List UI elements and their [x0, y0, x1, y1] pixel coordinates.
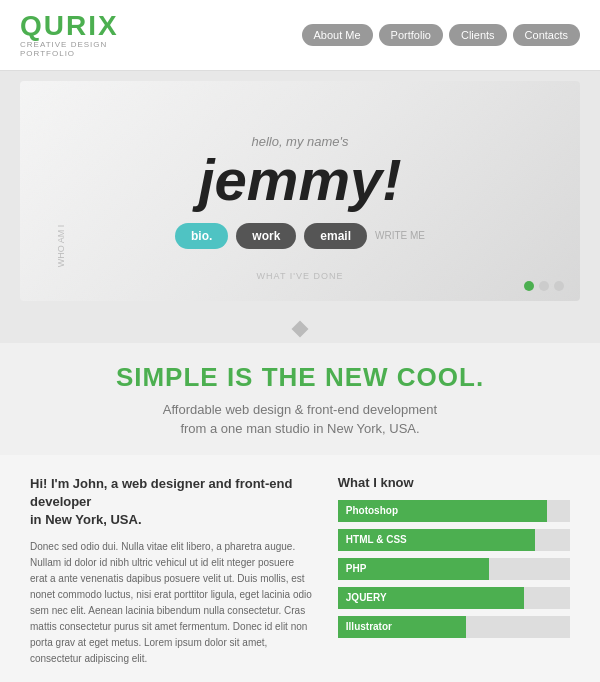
main-nav: About Me Portfolio Clients Contacts — [302, 24, 581, 46]
hero-slider: WHO AM I hello, my name's jemmy! bio. wo… — [20, 81, 580, 301]
skill-label-0: Photoshop — [346, 505, 398, 516]
intro-section: Hi! I'm John, a web designer and front-e… — [30, 475, 314, 668]
skill-fill-1: HTML & CSS — [338, 529, 535, 551]
skill-bars: PhotoshopHTML & CSSPHPJQUERYIllustrator — [338, 500, 570, 638]
work-button[interactable]: work — [236, 223, 296, 249]
skill-label-1: HTML & CSS — [346, 534, 407, 545]
slider-dots — [524, 281, 564, 291]
skill-item-1: HTML & CSS — [338, 529, 570, 551]
skill-bg-4: Illustrator — [338, 616, 570, 638]
bio-button[interactable]: bio. — [175, 223, 228, 249]
hero-buttons: bio. work email WRITE ME — [175, 223, 425, 249]
dot-2[interactable] — [539, 281, 549, 291]
what-done-label: WHAT I'VE DONE — [257, 271, 344, 281]
divider — [0, 311, 600, 343]
intro-body: Donec sed odio dui. Nulla vitae elit lib… — [30, 539, 314, 667]
skill-item-0: Photoshop — [338, 500, 570, 522]
email-button[interactable]: email — [304, 223, 367, 249]
intro-heading: Hi! I'm John, a web designer and front-e… — [30, 475, 314, 530]
divider-icon — [292, 321, 309, 338]
skill-item-3: JQUERY — [338, 587, 570, 609]
skill-bg-0: Photoshop — [338, 500, 570, 522]
skills-heading: What I know — [338, 475, 570, 490]
skill-bg-3: JQUERY — [338, 587, 570, 609]
skill-fill-0: Photoshop — [338, 500, 547, 522]
nav-contacts[interactable]: Contacts — [513, 24, 580, 46]
skill-label-3: JQUERY — [346, 592, 387, 603]
dot-3[interactable] — [554, 281, 564, 291]
skill-fill-3: JQUERY — [338, 587, 524, 609]
hero-content: hello, my name's jemmy! bio. work email … — [175, 134, 425, 249]
skill-bg-2: PHP — [338, 558, 570, 580]
dot-1[interactable] — [524, 281, 534, 291]
logo-area: QURIX CREATIVE DESIGN PORTFOLIO — [20, 12, 119, 58]
skill-fill-2: PHP — [338, 558, 489, 580]
skill-label-4: Illustrator — [346, 621, 392, 632]
skill-item-2: PHP — [338, 558, 570, 580]
header: QURIX CREATIVE DESIGN PORTFOLIO About Me… — [0, 0, 600, 71]
skill-fill-4: Illustrator — [338, 616, 466, 638]
who-am-label: WHO AM I — [56, 225, 66, 268]
logo: QURIX — [20, 12, 119, 40]
logo-sub2: PORTFOLIO — [20, 49, 119, 58]
tagline-main: SIMPLE IS THE NEW COOL. — [30, 363, 570, 392]
tagline-section: SIMPLE IS THE NEW COOL. Affordable web d… — [0, 343, 600, 455]
main-content: Hi! I'm John, a web designer and front-e… — [0, 455, 600, 682]
nav-about[interactable]: About Me — [302, 24, 373, 46]
hero-name: jemmy! — [175, 151, 425, 209]
tagline-sub: Affordable web design & front-end develo… — [30, 400, 570, 439]
skill-label-2: PHP — [346, 563, 367, 574]
logo-sub1: CREATIVE DESIGN — [20, 40, 119, 49]
skill-item-4: Illustrator — [338, 616, 570, 638]
nav-clients[interactable]: Clients — [449, 24, 507, 46]
skill-bg-1: HTML & CSS — [338, 529, 570, 551]
write-me-label: WRITE ME — [375, 230, 425, 241]
skills-section: What I know PhotoshopHTML & CSSPHPJQUERY… — [338, 475, 570, 668]
nav-portfolio[interactable]: Portfolio — [379, 24, 443, 46]
